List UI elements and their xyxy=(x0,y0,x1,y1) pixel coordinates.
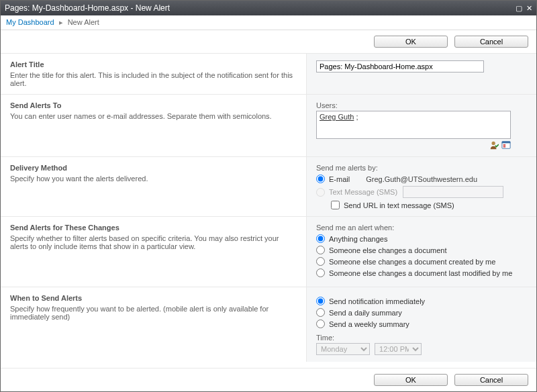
when-weekly-label: Send a weekly summary xyxy=(329,320,409,328)
alert-title-heading: Alert Title xyxy=(10,60,297,68)
day-select: Monday xyxy=(316,343,370,355)
when-desc: Specify how frequently you want to be al… xyxy=(10,305,297,321)
when-immediate-radio[interactable] xyxy=(316,297,325,305)
breadcrumb-current: New Alert xyxy=(68,18,99,26)
dialog-window: Pages: My-Dashboard-Home.aspx - New Aler… xyxy=(0,0,537,392)
maximize-icon[interactable]: ▢ xyxy=(516,4,522,13)
section-send-to: Send Alerts To You can enter user names … xyxy=(1,95,536,157)
check-names-icon[interactable] xyxy=(489,140,499,150)
window-controls: ▢ ✕ xyxy=(516,4,532,13)
top-button-row: OK Cancel xyxy=(1,30,536,54)
section-alert-title: Alert Title Enter the title for this ale… xyxy=(1,54,536,95)
time-select: 12:00 PM xyxy=(375,343,422,355)
people-picker-icons xyxy=(316,140,511,150)
ok-button-bottom[interactable]: OK xyxy=(374,374,448,386)
delivery-sms-label: Text Message (SMS) xyxy=(329,188,397,196)
send-url-sms-label: Send URL in text message (SMS) xyxy=(344,201,454,209)
section-when: When to Send Alerts Specify how frequent… xyxy=(1,287,536,362)
user-chip[interactable]: Greg Guth xyxy=(320,113,354,121)
time-block: Time: Monday 12:00 PM xyxy=(316,334,527,355)
when-daily-label: Send a daily summary xyxy=(329,309,402,317)
change-created-label: Someone else changes a document created … xyxy=(329,258,495,266)
send-to-heading: Send Alerts To xyxy=(10,101,297,109)
titlebar: Pages: My-Dashboard-Home.aspx - New Aler… xyxy=(1,1,536,15)
section-delivery: Delivery Method Specify how you want the… xyxy=(1,157,536,217)
change-anything-label: Anything changes xyxy=(329,235,387,243)
changes-desc: Specify whether to filter alerts based o… xyxy=(10,234,297,250)
svg-rect-4 xyxy=(503,146,506,148)
when-weekly-radio[interactable] xyxy=(316,320,325,328)
users-label: Users: xyxy=(316,101,527,109)
change-anything-radio[interactable] xyxy=(316,234,325,243)
delivery-heading: Delivery Method xyxy=(10,164,297,172)
when-heading: When to Send Alerts xyxy=(10,294,297,302)
alert-title-input[interactable] xyxy=(316,60,484,72)
users-input[interactable]: Greg Guth ; xyxy=(316,111,511,139)
change-created-radio[interactable] xyxy=(316,257,325,266)
content-area: Alert Title Enter the title for this ale… xyxy=(1,54,536,368)
change-modified-radio[interactable] xyxy=(316,268,325,277)
chevron-right-icon: ▸ xyxy=(59,18,63,26)
change-modified-label: Someone else changes a document last mod… xyxy=(329,269,512,277)
delivery-label: Send me alerts by: xyxy=(316,164,527,172)
delivery-sms-row: Text Message (SMS) xyxy=(316,186,527,198)
svg-rect-2 xyxy=(502,142,510,144)
browse-directory-icon[interactable] xyxy=(501,140,511,150)
delivery-desc: Specify how you want the alerts delivere… xyxy=(10,175,297,183)
time-label: Time: xyxy=(316,334,527,342)
alert-title-desc: Enter the title for this alert. This is … xyxy=(10,71,297,87)
when-immediate-label: Send notification immediately xyxy=(329,297,425,305)
delivery-email-label: E-mail xyxy=(329,175,350,183)
change-someone-radio[interactable] xyxy=(316,246,325,254)
section-changes: Send Alerts for These Changes Specify wh… xyxy=(1,217,536,287)
svg-rect-3 xyxy=(503,144,506,146)
close-icon[interactable]: ✕ xyxy=(526,4,532,13)
delivery-email-radio[interactable] xyxy=(316,175,325,183)
user-suffix: ; xyxy=(354,113,358,121)
breadcrumb-root[interactable]: My Dashboard xyxy=(6,18,54,26)
delivery-sms-input xyxy=(403,186,503,198)
delivery-email-value: Greg.Guth@UTSouthwestern.edu xyxy=(366,175,477,183)
send-url-sms-checkbox[interactable] xyxy=(331,201,340,209)
cancel-button-bottom[interactable]: Cancel xyxy=(454,374,528,386)
delivery-sms-radio xyxy=(316,188,325,197)
ok-button[interactable]: OK xyxy=(374,36,448,48)
svg-point-0 xyxy=(492,142,495,145)
changes-label: Send me an alert when: xyxy=(316,224,527,232)
delivery-email-row: E-mail Greg.Guth@UTSouthwestern.edu xyxy=(316,175,527,183)
bottom-button-row: OK Cancel xyxy=(1,368,536,391)
window-title: Pages: My-Dashboard-Home.aspx - New Aler… xyxy=(5,3,516,13)
delivery-sms-url-row: Send URL in text message (SMS) xyxy=(331,201,527,209)
send-to-desc: You can enter user names or e-mail addre… xyxy=(10,112,297,120)
when-daily-radio[interactable] xyxy=(316,308,325,317)
breadcrumb: My Dashboard ▸ New Alert xyxy=(1,15,536,30)
cancel-button[interactable]: Cancel xyxy=(454,36,528,48)
change-someone-label: Someone else changes a document xyxy=(329,246,447,254)
changes-heading: Send Alerts for These Changes xyxy=(10,224,297,232)
